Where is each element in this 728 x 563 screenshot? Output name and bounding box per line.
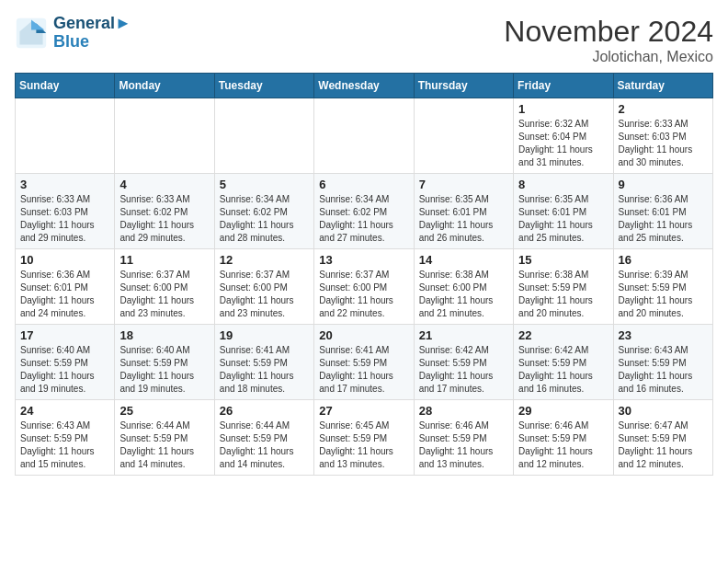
- column-header-saturday: Saturday: [613, 74, 712, 98]
- day-info: Sunrise: 6:37 AM Sunset: 6:00 PM Dayligh…: [319, 269, 408, 320]
- day-info: Sunrise: 6:32 AM Sunset: 6:04 PM Dayligh…: [518, 118, 608, 169]
- calendar-table: SundayMondayTuesdayWednesdayThursdayFrid…: [15, 73, 713, 476]
- calendar-cell: 28Sunrise: 6:46 AM Sunset: 5:59 PM Dayli…: [414, 400, 513, 476]
- day-info: Sunrise: 6:46 AM Sunset: 5:59 PM Dayligh…: [518, 419, 608, 471]
- day-number: 26: [220, 404, 309, 418]
- column-header-sunday: Sunday: [16, 74, 115, 98]
- calendar-cell: 10Sunrise: 6:36 AM Sunset: 6:01 PM Dayli…: [16, 249, 115, 325]
- day-number: 25: [119, 404, 209, 418]
- calendar-cell: 17Sunrise: 6:40 AM Sunset: 5:59 PM Dayli…: [16, 325, 115, 400]
- day-number: 1: [518, 102, 608, 116]
- day-info: Sunrise: 6:42 AM Sunset: 5:59 PM Dayligh…: [518, 344, 608, 396]
- calendar-cell: [414, 98, 513, 174]
- logo-icon: [15, 17, 48, 50]
- calendar-cell: 7Sunrise: 6:35 AM Sunset: 6:01 PM Daylig…: [414, 174, 513, 249]
- day-number: 18: [119, 328, 209, 342]
- calendar-cell: 15Sunrise: 6:38 AM Sunset: 5:59 PM Dayli…: [514, 249, 613, 325]
- calendar-cell: 12Sunrise: 6:37 AM Sunset: 6:00 PM Dayli…: [214, 249, 313, 325]
- day-info: Sunrise: 6:35 AM Sunset: 6:01 PM Dayligh…: [419, 193, 508, 245]
- calendar-cell: 25Sunrise: 6:44 AM Sunset: 5:59 PM Dayli…: [115, 400, 214, 476]
- calendar-header-row: SundayMondayTuesdayWednesdayThursdayFrid…: [16, 74, 713, 98]
- day-number: 16: [619, 253, 708, 267]
- calendar-cell: 1Sunrise: 6:32 AM Sunset: 6:04 PM Daylig…: [514, 98, 613, 174]
- logo: General► Blue: [15, 15, 131, 52]
- day-number: 5: [220, 178, 309, 191]
- day-info: Sunrise: 6:33 AM Sunset: 6:03 PM Dayligh…: [20, 193, 109, 245]
- day-info: Sunrise: 6:43 AM Sunset: 5:59 PM Dayligh…: [619, 344, 708, 396]
- logo-text: General► Blue: [53, 15, 131, 52]
- calendar-cell: 30Sunrise: 6:47 AM Sunset: 5:59 PM Dayli…: [613, 400, 712, 476]
- calendar-cell: 24Sunrise: 6:43 AM Sunset: 5:59 PM Dayli…: [16, 400, 115, 476]
- column-header-thursday: Thursday: [414, 74, 513, 98]
- day-info: Sunrise: 6:42 AM Sunset: 5:59 PM Dayligh…: [419, 344, 508, 396]
- day-number: 3: [20, 178, 109, 191]
- day-number: 2: [619, 102, 708, 116]
- day-number: 8: [518, 178, 608, 191]
- day-info: Sunrise: 6:37 AM Sunset: 6:00 PM Dayligh…: [220, 269, 309, 320]
- day-info: Sunrise: 6:43 AM Sunset: 5:59 PM Dayligh…: [20, 419, 109, 471]
- day-info: Sunrise: 6:45 AM Sunset: 5:59 PM Dayligh…: [319, 419, 408, 471]
- day-number: 14: [419, 253, 508, 267]
- day-info: Sunrise: 6:44 AM Sunset: 5:59 PM Dayligh…: [220, 419, 309, 471]
- calendar-week-5: 24Sunrise: 6:43 AM Sunset: 5:59 PM Dayli…: [16, 400, 713, 476]
- day-info: Sunrise: 6:38 AM Sunset: 5:59 PM Dayligh…: [518, 269, 608, 320]
- day-number: 10: [20, 253, 109, 267]
- day-number: 7: [419, 178, 508, 191]
- calendar-cell: 21Sunrise: 6:42 AM Sunset: 5:59 PM Dayli…: [414, 325, 513, 400]
- day-info: Sunrise: 6:33 AM Sunset: 6:03 PM Dayligh…: [619, 118, 708, 169]
- calendar-cell: 3Sunrise: 6:33 AM Sunset: 6:03 PM Daylig…: [16, 174, 115, 249]
- calendar-cell: 14Sunrise: 6:38 AM Sunset: 6:00 PM Dayli…: [414, 249, 513, 325]
- calendar-cell: 23Sunrise: 6:43 AM Sunset: 5:59 PM Dayli…: [613, 325, 712, 400]
- calendar-cell: [115, 98, 214, 174]
- day-info: Sunrise: 6:37 AM Sunset: 6:00 PM Dayligh…: [119, 269, 209, 320]
- calendar-cell: 4Sunrise: 6:33 AM Sunset: 6:02 PM Daylig…: [115, 174, 214, 249]
- day-number: 6: [319, 178, 408, 191]
- calendar-cell: 20Sunrise: 6:41 AM Sunset: 5:59 PM Dayli…: [314, 325, 414, 400]
- calendar-cell: 16Sunrise: 6:39 AM Sunset: 5:59 PM Dayli…: [613, 249, 712, 325]
- calendar-week-1: 1Sunrise: 6:32 AM Sunset: 6:04 PM Daylig…: [16, 98, 713, 174]
- title-section: November 2024 Jolotichan, Mexico: [504, 15, 713, 65]
- calendar-cell: [16, 98, 115, 174]
- day-number: 27: [319, 404, 408, 418]
- day-info: Sunrise: 6:41 AM Sunset: 5:59 PM Dayligh…: [319, 344, 408, 396]
- calendar-cell: 13Sunrise: 6:37 AM Sunset: 6:00 PM Dayli…: [314, 249, 414, 325]
- day-info: Sunrise: 6:34 AM Sunset: 6:02 PM Dayligh…: [220, 193, 309, 245]
- day-number: 11: [119, 253, 209, 267]
- day-info: Sunrise: 6:38 AM Sunset: 6:00 PM Dayligh…: [419, 269, 508, 320]
- day-number: 15: [518, 253, 608, 267]
- column-header-friday: Friday: [514, 74, 613, 98]
- day-number: 4: [119, 178, 209, 191]
- day-info: Sunrise: 6:40 AM Sunset: 5:59 PM Dayligh…: [20, 344, 109, 396]
- calendar-cell: 8Sunrise: 6:35 AM Sunset: 6:01 PM Daylig…: [514, 174, 613, 249]
- day-info: Sunrise: 6:35 AM Sunset: 6:01 PM Dayligh…: [518, 193, 608, 245]
- calendar-week-3: 10Sunrise: 6:36 AM Sunset: 6:01 PM Dayli…: [16, 249, 713, 325]
- day-info: Sunrise: 6:33 AM Sunset: 6:02 PM Dayligh…: [119, 193, 209, 245]
- day-info: Sunrise: 6:46 AM Sunset: 5:59 PM Dayligh…: [419, 419, 508, 471]
- day-number: 22: [518, 328, 608, 342]
- day-info: Sunrise: 6:39 AM Sunset: 5:59 PM Dayligh…: [619, 269, 708, 320]
- location: Jolotichan, Mexico: [504, 49, 713, 65]
- calendar-cell: 26Sunrise: 6:44 AM Sunset: 5:59 PM Dayli…: [214, 400, 313, 476]
- day-number: 28: [419, 404, 508, 418]
- calendar-cell: 5Sunrise: 6:34 AM Sunset: 6:02 PM Daylig…: [214, 174, 313, 249]
- day-info: Sunrise: 6:36 AM Sunset: 6:01 PM Dayligh…: [20, 269, 109, 320]
- day-number: 23: [619, 328, 708, 342]
- day-number: 9: [619, 178, 708, 191]
- calendar-cell: 27Sunrise: 6:45 AM Sunset: 5:59 PM Dayli…: [314, 400, 414, 476]
- calendar-cell: 9Sunrise: 6:36 AM Sunset: 6:01 PM Daylig…: [613, 174, 712, 249]
- day-number: 20: [319, 328, 408, 342]
- column-header-wednesday: Wednesday: [314, 74, 414, 98]
- day-number: 12: [220, 253, 309, 267]
- day-info: Sunrise: 6:40 AM Sunset: 5:59 PM Dayligh…: [119, 344, 209, 396]
- calendar-body: 1Sunrise: 6:32 AM Sunset: 6:04 PM Daylig…: [16, 98, 713, 476]
- day-info: Sunrise: 6:47 AM Sunset: 5:59 PM Dayligh…: [619, 419, 708, 471]
- day-number: 29: [518, 404, 608, 418]
- calendar-cell: 2Sunrise: 6:33 AM Sunset: 6:03 PM Daylig…: [613, 98, 712, 174]
- calendar-cell: 11Sunrise: 6:37 AM Sunset: 6:00 PM Dayli…: [115, 249, 214, 325]
- day-number: 24: [20, 404, 109, 418]
- column-header-monday: Monday: [115, 74, 214, 98]
- calendar-cell: 6Sunrise: 6:34 AM Sunset: 6:02 PM Daylig…: [314, 174, 414, 249]
- page-header: General► Blue November 2024 Jolotichan, …: [15, 15, 713, 65]
- column-header-tuesday: Tuesday: [214, 74, 313, 98]
- day-number: 19: [220, 328, 309, 342]
